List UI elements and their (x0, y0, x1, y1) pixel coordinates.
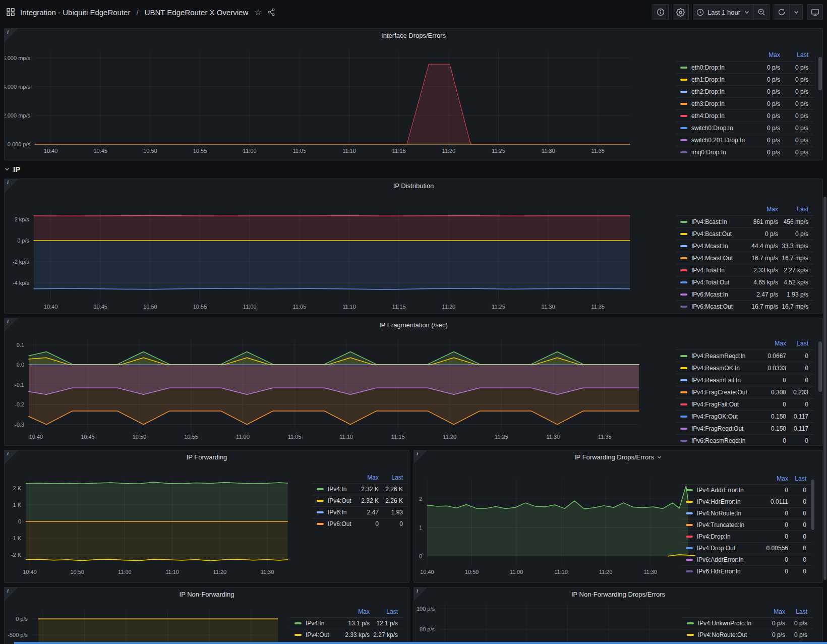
legend-series-name[interactable]: IPv4:HdrError:In (697, 498, 760, 505)
legend-series-name[interactable]: IPv4:Bcast:Out (691, 230, 747, 238)
legend-series-name[interactable]: IPv6:In (328, 509, 352, 516)
legend-last-value: 0.117 (786, 425, 808, 432)
legend-series-name[interactable]: IPv6:AddrError:In (697, 556, 760, 563)
legend-series-name[interactable]: IPv4:UnkwnProto:In (698, 620, 759, 627)
legend-max-value: 0.0111 (760, 498, 788, 505)
row-toggle-ip[interactable]: IP (4, 162, 20, 175)
legend-series-name[interactable]: imq0:Drop:In (691, 149, 750, 156)
panel-info-icon[interactable]: i (5, 588, 18, 601)
legend-max-header[interactable]: Max (352, 474, 379, 481)
legend-row: IPv4:Drop:Out0.005560 (681, 542, 811, 554)
dashboard-insights-button[interactable] (653, 4, 669, 20)
legend-max-header[interactable]: Max (339, 608, 370, 615)
legend-max-header[interactable]: Max (761, 340, 786, 347)
legend-scrollbar[interactable] (818, 57, 822, 90)
legend-row: IPv4:FragFail:Out00 (676, 398, 813, 410)
legend-series-name[interactable]: IPv4:Total:In (691, 267, 747, 274)
legend-max-header[interactable]: Max (759, 608, 785, 615)
panel-info-icon[interactable]: i (414, 450, 428, 464)
breadcrumb-folder[interactable]: Integration - Ubiquiti EdgeRouter (20, 8, 130, 17)
time-range-picker[interactable]: Last 1 hour (693, 4, 753, 20)
legend-series-name[interactable]: switch0:Drop:In (691, 125, 750, 132)
apps-grid-icon[interactable] (6, 8, 15, 17)
legend-series-name[interactable]: IPv4:Mcast:In (691, 243, 747, 250)
legend-last-value: 456 mp/s (778, 218, 808, 225)
dashboard-settings-button[interactable] (673, 4, 689, 20)
legend-max-value: 0 p/s (750, 100, 780, 107)
tv-mode-button[interactable] (807, 4, 823, 20)
legend-series-name[interactable]: eth0:Drop:In (691, 64, 750, 71)
legend-scrollbar[interactable] (818, 341, 822, 392)
legend-series-name[interactable]: IPv6:ReasmReqd:In (691, 437, 761, 444)
legend-row: IPv4:HdrError:In0.01110 (681, 496, 811, 507)
legend-series-name[interactable]: IPv6:Mcast:Out (691, 303, 747, 310)
legend-last-header[interactable]: Last (780, 51, 808, 58)
legend-series-name[interactable]: IPv4:ReasmFail:In (691, 377, 761, 384)
breadcrumb-dashboard-title[interactable]: UBNT EdgeRouter X Overview (145, 8, 249, 17)
panel-info-icon[interactable]: i (5, 450, 18, 464)
legend-series-name[interactable]: IPv4:Drop:In (697, 533, 760, 540)
legend-series-name[interactable]: eth3:Drop:In (691, 100, 750, 107)
svg-text:10:50: 10:50 (70, 569, 84, 575)
legend-series-name[interactable]: eth1:Drop:In (691, 76, 750, 83)
series-color-swatch (680, 403, 687, 405)
legend-max-value: 0 (760, 556, 788, 563)
legend-last-header[interactable]: Last (786, 340, 808, 347)
legend-series-name[interactable]: IPv4:NoRoute:In (697, 510, 760, 517)
legend-series-name[interactable]: IPv4:Out (328, 497, 352, 504)
legend-header: MaxLast (676, 49, 813, 61)
legend-series-name[interactable]: IPv4:AddrError:In (697, 487, 760, 494)
legend-row: IPv4:Bcast:Out0 p/s0 p/s (676, 227, 813, 240)
legend-series-name[interactable]: IPv4:Out (306, 631, 339, 638)
legend-series-name[interactable]: IPv4:FragFail:Out (691, 401, 761, 408)
page-scrollbar[interactable] (823, 197, 826, 580)
legend-series-name[interactable]: switch0.201:Drop:In (691, 137, 750, 144)
legend-series-name[interactable]: IPv4:ReasmOK:In (691, 365, 761, 372)
legend-series-name[interactable]: IPv4:NoRoute:Out (698, 631, 759, 638)
legend-series-name[interactable]: IPv4:FragCreate:Out (691, 389, 761, 396)
legend-series-name[interactable]: IPv4:Bcast:In (691, 218, 747, 225)
legend-scrollbar[interactable] (811, 480, 814, 530)
legend-series-name[interactable]: IPv6:Out (328, 520, 352, 528)
series-color-swatch (680, 355, 687, 357)
svg-text:11:30: 11:30 (542, 304, 555, 310)
legend-row: IPv4:Truncated:In00 (681, 519, 811, 531)
legend-row: eth3:Drop:In0 p/s0 p/s (676, 97, 813, 109)
panel-info-icon[interactable]: i (5, 179, 18, 193)
legend-max-header[interactable]: Max (747, 206, 778, 213)
refresh-interval-dropdown[interactable] (790, 4, 803, 20)
panel-info-icon[interactable]: i (414, 588, 428, 601)
legend-last-header[interactable]: Last (788, 475, 806, 482)
legend-series-name[interactable]: eth2:Drop:In (691, 88, 750, 95)
legend-series-name[interactable]: IPv6:Mcast:In (691, 291, 747, 298)
legend-last-value: 0 (788, 545, 806, 552)
panel-info-icon[interactable]: i (5, 318, 18, 332)
legend-last-header[interactable]: Last (379, 474, 403, 481)
svg-text:11:00: 11:00 (510, 569, 523, 575)
legend-series-name[interactable]: eth4:Drop:In (691, 112, 750, 120)
refresh-button[interactable] (774, 4, 790, 20)
legend-last-header[interactable]: Last (785, 608, 807, 615)
legend-series-name[interactable]: IPv4:Total:Out (691, 279, 747, 286)
legend-series-name[interactable]: IPv4:In (306, 620, 339, 627)
legend-series-name[interactable]: IPv4:Drop:Out (697, 545, 760, 552)
favorite-star-icon[interactable]: ☆ (254, 7, 262, 18)
legend-series-name[interactable]: IPv4:FragOK:Out (691, 413, 761, 420)
zoom-out-button[interactable] (753, 4, 770, 20)
legend-series-name[interactable]: IPv4:In (328, 486, 352, 493)
legend-max-header[interactable]: Max (750, 51, 780, 58)
panel-info-icon[interactable]: i (5, 29, 18, 42)
legend-series-name[interactable]: IPv4:ReasmReqd:In (691, 353, 761, 360)
series-color-swatch (686, 489, 693, 491)
svg-text:11:35: 11:35 (598, 434, 612, 440)
legend-series-name[interactable]: IPv4:Mcast:Out (691, 255, 747, 262)
svg-text:6.000 mp/s: 6.000 mp/s (5, 55, 30, 61)
legend-last-header[interactable]: Last (778, 206, 808, 213)
legend-series-name[interactable]: IPv4:Truncated:In (697, 521, 760, 529)
legend-series-name[interactable]: IPv6:HdrError:In (697, 568, 760, 575)
legend-last-header[interactable]: Last (370, 608, 398, 615)
legend-series-name[interactable]: IPv4:FragReqd:Out (691, 425, 761, 432)
svg-text:11:10: 11:10 (165, 569, 179, 575)
legend-max-header[interactable]: Max (760, 475, 788, 482)
share-icon[interactable] (267, 8, 275, 16)
